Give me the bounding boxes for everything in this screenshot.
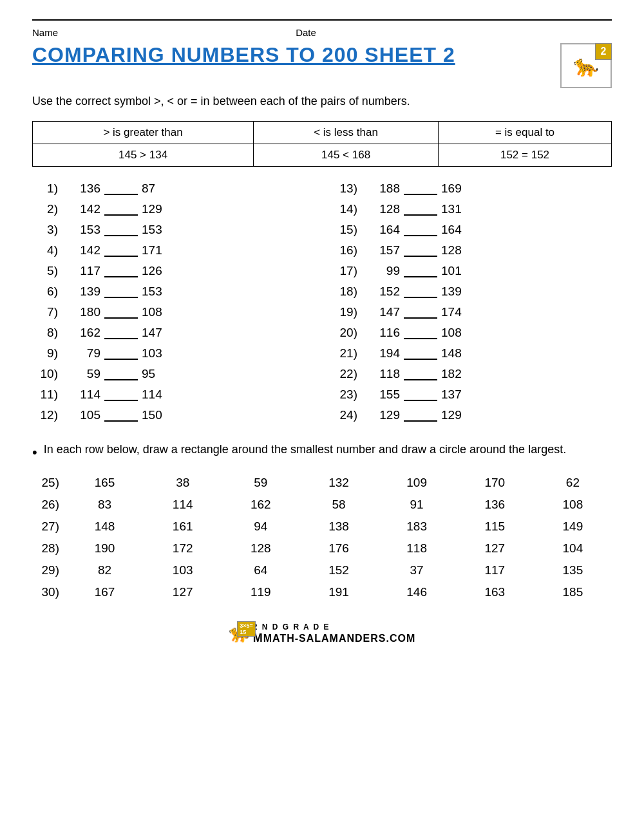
problem-row: 17) 99 101: [332, 261, 612, 281]
prob-blank[interactable]: [404, 347, 437, 360]
prob-num: 10): [32, 367, 63, 381]
num-row-num: 25): [32, 476, 66, 490]
prob-blank[interactable]: [104, 368, 138, 380]
prob-blank[interactable]: [104, 347, 138, 360]
problem-row: 14) 128 131: [332, 199, 612, 220]
prob-num: 9): [32, 346, 63, 360]
num-val: 119: [235, 585, 287, 599]
num-val: 190: [79, 541, 131, 556]
prob-blank[interactable]: [104, 409, 138, 422]
problem-row: 9) 79 103: [32, 343, 312, 364]
num-val: 62: [547, 476, 598, 490]
prob-blank[interactable]: [104, 244, 138, 257]
num-val: 109: [391, 476, 442, 490]
prob-blank[interactable]: [104, 285, 138, 298]
prob-blank[interactable]: [104, 388, 138, 401]
prob-n2: 101: [441, 264, 467, 278]
prob-num: 3): [32, 223, 63, 237]
num-row: 29) 821036415237117135: [32, 559, 612, 581]
prob-blank[interactable]: [404, 244, 437, 257]
num-row-num: 28): [32, 541, 66, 556]
problem-row: 21) 194 148: [332, 343, 612, 364]
num-val: 59: [235, 476, 287, 490]
footer-site: MMATH-SALAMANDERS.COM: [253, 632, 416, 645]
prob-blank[interactable]: [104, 182, 138, 195]
prob-n1: 116: [363, 326, 400, 340]
prob-num: 7): [32, 305, 63, 319]
prob-blank[interactable]: [404, 223, 437, 236]
prob-n2: 114: [142, 388, 167, 402]
name-label: Name: [32, 27, 58, 38]
prob-num: 5): [32, 264, 63, 278]
prob-blank[interactable]: [404, 182, 437, 195]
prob-num: 22): [332, 367, 363, 381]
ref-header-greater: > is greater than: [33, 122, 254, 144]
num-row-vals: 190172128176118127104: [66, 541, 612, 556]
prob-n2: 126: [142, 264, 167, 278]
problem-row: 8) 162 147: [32, 323, 312, 343]
num-val: 191: [313, 585, 365, 599]
prob-blank[interactable]: [404, 368, 437, 380]
num-row: 27) 14816194138183115149: [32, 516, 612, 538]
prob-n2: 129: [142, 202, 167, 216]
problem-row: 12) 105 150: [32, 405, 312, 426]
ref-header-less: < is less than: [254, 122, 439, 144]
num-val: 170: [469, 476, 520, 490]
prob-num: 12): [32, 408, 63, 422]
prob-n1: 147: [363, 305, 400, 319]
prob-n2: 128: [441, 243, 467, 257]
prob-n2: 129: [441, 408, 467, 422]
prob-num: 4): [32, 243, 63, 257]
problem-row: 22) 118 182: [332, 364, 612, 384]
ref-example-less: 145 < 168: [254, 144, 439, 167]
prob-blank[interactable]: [404, 265, 437, 277]
prob-n1: 105: [63, 408, 100, 422]
prob-blank[interactable]: [404, 306, 437, 319]
prob-blank[interactable]: [104, 223, 138, 236]
prob-blank[interactable]: [404, 285, 437, 298]
prob-num: 6): [32, 285, 63, 299]
prob-n1: 194: [363, 346, 400, 360]
num-val: 91: [391, 498, 442, 512]
date-label: Date: [296, 27, 316, 38]
prob-n1: 59: [63, 367, 100, 381]
num-val: 132: [313, 476, 365, 490]
ref-header-equal: = is equal to: [439, 122, 612, 144]
prob-blank[interactable]: [404, 326, 437, 339]
num-val: 37: [391, 563, 442, 577]
num-val: 94: [235, 519, 287, 534]
num-val: 64: [235, 563, 287, 577]
prob-blank[interactable]: [404, 203, 437, 216]
num-row-num: 27): [32, 519, 66, 534]
prob-num: 8): [32, 326, 63, 340]
bullet-text: In each row below, draw a rectangle arou…: [44, 441, 566, 458]
prob-n2: 95: [142, 367, 167, 381]
bullet-section: • In each row below, draw a rectangle ar…: [32, 441, 612, 463]
prob-blank[interactable]: [404, 409, 437, 422]
prob-n1: 118: [363, 367, 400, 381]
prob-blank[interactable]: [404, 388, 437, 401]
prob-n2: 164: [441, 223, 467, 237]
prob-blank[interactable]: [104, 265, 138, 277]
prob-blank[interactable]: [104, 203, 138, 216]
num-row-num: 29): [32, 563, 66, 577]
prob-n2: 131: [441, 202, 467, 216]
prob-n1: 164: [363, 223, 400, 237]
prob-n1: 152: [363, 285, 400, 299]
prob-blank[interactable]: [104, 306, 138, 319]
num-val: 183: [391, 519, 442, 534]
prob-num: 17): [332, 264, 363, 278]
footer-grade: 2 N D G R A D E: [253, 622, 416, 632]
num-val: 82: [79, 563, 131, 577]
num-val: 58: [313, 498, 365, 512]
prob-n2: 171: [142, 243, 167, 257]
ref-example-greater: 145 > 134: [33, 144, 254, 167]
prob-blank[interactable]: [104, 326, 138, 339]
prob-n2: 108: [441, 326, 467, 340]
num-val: 104: [547, 541, 598, 556]
num-row: 28) 190172128176118127104: [32, 538, 612, 559]
problem-row: 2) 142 129: [32, 199, 312, 220]
problems-section: 1) 136 87 2) 142 129 3) 153 153 4) 142 1…: [32, 178, 612, 426]
num-val: 118: [391, 541, 442, 556]
prob-num: 14): [332, 202, 363, 216]
